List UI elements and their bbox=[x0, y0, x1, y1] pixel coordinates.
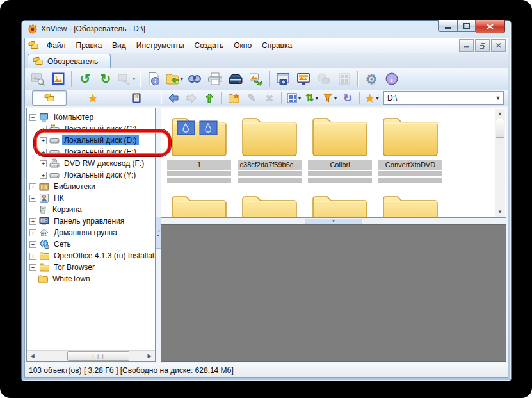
menu-item-1[interactable]: Файл bbox=[42, 39, 71, 52]
minimize-button[interactable] bbox=[438, 20, 458, 32]
dropdown-caret-icon[interactable]: ▾ bbox=[298, 95, 302, 101]
expand-icon[interactable]: + bbox=[29, 241, 36, 248]
tab-browser[interactable]: Обозреватель bbox=[28, 54, 111, 68]
convert-button[interactable] bbox=[246, 69, 266, 88]
scroll-left-icon[interactable]: ◀ bbox=[27, 351, 38, 361]
delete-button[interactable]: ✖ bbox=[261, 90, 278, 106]
refresh-button[interactable]: ↻ bbox=[339, 90, 356, 106]
mdi-close-button[interactable] bbox=[491, 39, 506, 52]
screen-capture-button[interactable] bbox=[273, 69, 293, 88]
scrollbar-thumb[interactable] bbox=[496, 119, 504, 138]
folder-tile-4[interactable]: ConvertXtoDVD bbox=[378, 112, 442, 183]
back-button[interactable] bbox=[165, 90, 182, 106]
dropdown-caret-icon[interactable]: ▾ bbox=[181, 76, 184, 82]
info-button[interactable]: i bbox=[382, 69, 401, 88]
tree-item-7[interactable]: +Библиотеки bbox=[27, 181, 155, 192]
expand-icon[interactable]: + bbox=[29, 253, 36, 260]
fullscreen-button[interactable] bbox=[49, 69, 68, 88]
folder-tile-3[interactable]: Colibri bbox=[308, 112, 372, 183]
tree-item-3[interactable]: +Локальный диск (D:) bbox=[27, 135, 155, 146]
expand-icon[interactable]: + bbox=[29, 229, 36, 236]
address-combobox[interactable]: D:\ ▼ bbox=[383, 91, 504, 105]
dropdown-caret-icon[interactable]: ▾ bbox=[376, 95, 379, 101]
view-image-button[interactable] bbox=[28, 69, 47, 88]
expand-icon[interactable]: + bbox=[29, 183, 36, 190]
export-button[interactable]: ▾ bbox=[117, 69, 136, 88]
scrollbar-thumb[interactable]: ❘❘❘ bbox=[67, 351, 129, 361]
scroll-up-icon[interactable]: ▲ bbox=[495, 109, 506, 119]
dropdown-caret-icon[interactable]: ▾ bbox=[315, 95, 318, 101]
menu-item-4[interactable]: Инструменты bbox=[131, 39, 189, 52]
forward-button[interactable] bbox=[183, 90, 200, 106]
tree-item-2[interactable]: +Локальный диск (C:) bbox=[27, 123, 155, 135]
menu-item-6[interactable]: Окно bbox=[229, 39, 257, 52]
splitter-collapse-handle[interactable]: ∴ ▼ ∴ bbox=[305, 219, 362, 224]
properties-button[interactable]: i bbox=[144, 69, 163, 88]
tree-item-12[interactable]: +Сеть bbox=[27, 238, 155, 250]
search-button[interactable] bbox=[185, 69, 204, 88]
folder-tile-1[interactable]: 1 bbox=[167, 112, 231, 183]
dropdown-caret-icon[interactable]: ▾ bbox=[334, 95, 337, 101]
slideshow-button[interactable] bbox=[294, 69, 313, 88]
tree-item-11[interactable]: +Домашняя группа bbox=[27, 227, 155, 238]
new-folder-button[interactable] bbox=[225, 90, 242, 106]
rotate-right-button[interactable]: ↻ bbox=[96, 69, 115, 88]
rotate-left-button[interactable]: ↺ bbox=[76, 69, 95, 88]
close-button[interactable] bbox=[476, 20, 505, 33]
expand-icon[interactable]: + bbox=[29, 195, 36, 202]
mdi-restore-button[interactable] bbox=[475, 39, 490, 52]
tree-item-8[interactable]: +ПК bbox=[27, 192, 155, 204]
thumbs-vertical-scrollbar[interactable]: ▲ ▼ bbox=[495, 109, 505, 217]
scroll-right-icon[interactable]: ▶ bbox=[144, 351, 155, 361]
titlebar[interactable]: XnView - [Обозреватель - D:\] bbox=[22, 21, 511, 38]
preview-splitter[interactable]: ∴ ▼ ∴ bbox=[161, 218, 506, 224]
menu-item-7[interactable]: Справка bbox=[257, 39, 297, 52]
folders-view-button[interactable] bbox=[32, 90, 67, 106]
tree-item-5[interactable]: +DVD RW дисковод (F:) bbox=[27, 158, 155, 169]
expand-icon[interactable]: + bbox=[40, 172, 47, 179]
folder-tile-partial-3[interactable] bbox=[308, 190, 372, 217]
contact-sheet-button[interactable] bbox=[335, 69, 354, 88]
sort-button[interactable]: ⇅▾ bbox=[303, 90, 320, 106]
folder-tile-partial-2[interactable] bbox=[238, 190, 302, 217]
folder-tile-partial-1[interactable] bbox=[167, 190, 231, 217]
menu-item-5[interactable]: Создать bbox=[189, 39, 229, 52]
expand-icon[interactable]: + bbox=[40, 137, 47, 144]
collapse-icon[interactable]: − bbox=[29, 114, 36, 121]
tree-splitter[interactable]: ◂▸ bbox=[155, 108, 161, 362]
expand-icon[interactable]: + bbox=[40, 149, 47, 156]
mdi-minimize-button[interactable] bbox=[459, 39, 474, 52]
expand-icon[interactable]: + bbox=[29, 218, 36, 225]
menu-item-3[interactable]: Вид bbox=[107, 39, 131, 52]
tree-item-13[interactable]: +OpenOffice 4.1.3 (ru) Installatio bbox=[27, 250, 155, 261]
filter-button[interactable]: ▾ bbox=[321, 90, 338, 106]
up-level-button[interactable] bbox=[201, 90, 218, 106]
view-mode-button[interactable]: ▾ bbox=[286, 90, 302, 106]
favorites-button[interactable]: ★ bbox=[76, 90, 110, 106]
favorites-menu-button[interactable]: ★▾ bbox=[364, 90, 380, 106]
compare-button[interactable] bbox=[314, 69, 334, 88]
folder-tile-2[interactable]: c38cf2da7f59b6c... bbox=[238, 112, 302, 183]
tree-item-14[interactable]: +Tor Browser bbox=[27, 261, 155, 273]
settings-button[interactable]: ⚙ bbox=[362, 69, 381, 88]
menu-item-2[interactable]: Правка bbox=[71, 39, 108, 52]
scroll-down-icon[interactable]: ▼ bbox=[495, 207, 506, 217]
expand-icon[interactable]: + bbox=[29, 264, 36, 271]
tree-item-15[interactable]: WhiteTown bbox=[27, 273, 155, 285]
rename-button[interactable]: ✎ bbox=[243, 90, 260, 106]
expand-icon[interactable]: + bbox=[40, 126, 47, 133]
categories-button[interactable] bbox=[119, 90, 154, 106]
tree-item-4[interactable]: +Локальный диск (E:) bbox=[27, 146, 155, 158]
tree-item-6[interactable]: +Локальный диск (Y:) bbox=[27, 169, 155, 181]
maximize-button[interactable] bbox=[458, 20, 476, 32]
tree-item-1[interactable]: −Компьютер bbox=[27, 112, 155, 123]
folder-tile-partial-4[interactable] bbox=[378, 190, 442, 217]
open-with-button[interactable]: ▾ bbox=[165, 69, 184, 88]
tree-item-10[interactable]: +Панель управления bbox=[27, 215, 155, 227]
acquire-scan-button[interactable] bbox=[226, 69, 245, 88]
tree-item-9[interactable]: Корзина bbox=[27, 204, 155, 215]
expand-icon[interactable]: + bbox=[40, 160, 47, 167]
address-dropdown-icon[interactable]: ▼ bbox=[493, 92, 503, 104]
dropdown-caret-icon[interactable]: ▾ bbox=[133, 76, 136, 82]
print-button[interactable] bbox=[206, 69, 225, 88]
